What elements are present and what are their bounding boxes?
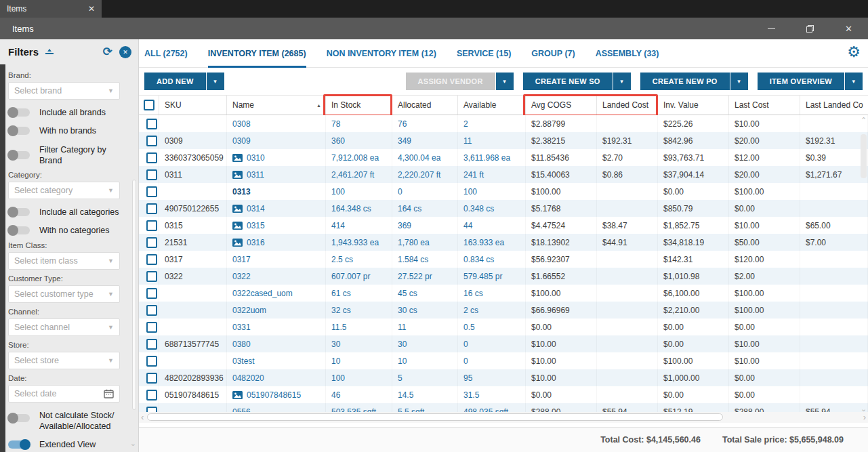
- toggle-extended-view[interactable]: Extended View: [8, 439, 129, 450]
- tab-close-icon[interactable]: ✕: [88, 4, 95, 14]
- col-header-avg-cogs[interactable]: Avg COGS: [526, 96, 597, 115]
- date-input[interactable]: Select date: [8, 385, 120, 403]
- add-new-dropdown-arrow[interactable]: ▾: [207, 73, 224, 90]
- tab-item-type-3[interactable]: SERVICE (15): [457, 39, 511, 68]
- row-checkbox[interactable]: [146, 288, 157, 299]
- refresh-icon[interactable]: ⟳: [103, 45, 112, 59]
- row-checkbox[interactable]: [146, 220, 157, 231]
- tab-item-type-5[interactable]: ASSEMBLY (33): [596, 39, 659, 68]
- row-checkbox[interactable]: [146, 373, 157, 384]
- store-select[interactable]: Select store ▼: [8, 352, 120, 369]
- row-checkbox[interactable]: [146, 254, 157, 265]
- vertical-scrollbar-thumb[interactable]: [861, 134, 867, 178]
- create-new-po-dropdown-arrow[interactable]: ▾: [730, 73, 748, 90]
- scroll-up-icon[interactable]: ⌃: [859, 117, 868, 123]
- item-name-link[interactable]: 0322cased_uom: [232, 289, 293, 298]
- item-name-link[interactable]: 0331: [232, 323, 251, 332]
- toggle-not-calculate-stock[interactable]: Not calculate Stock/ Available/Allocated: [8, 410, 129, 432]
- item-overview-dropdown-arrow[interactable]: ▾: [845, 73, 863, 90]
- toggle-switch[interactable]: [8, 414, 30, 422]
- toggle-with-no-categories[interactable]: With no categories: [8, 225, 129, 236]
- create-new-so-dropdown-arrow[interactable]: ▾: [613, 73, 631, 90]
- scroll-left-icon[interactable]: ‹: [141, 413, 144, 422]
- item-name-link[interactable]: 0322: [232, 272, 251, 281]
- toggle-switch[interactable]: [8, 440, 30, 449]
- col-header-last-landed-cost[interactable]: Last Landed Co: [800, 96, 868, 115]
- item-name-link[interactable]: 0322uom: [232, 306, 266, 315]
- row-checkbox[interactable]: [146, 152, 157, 163]
- restore-button[interactable]: [791, 18, 829, 39]
- add-new-button[interactable]: ADD NEW: [144, 73, 206, 90]
- col-header-name[interactable]: Name▲: [227, 96, 326, 115]
- scroll-right-icon[interactable]: ›: [863, 413, 866, 422]
- row-checkbox[interactable]: [146, 169, 157, 180]
- item-name-link[interactable]: 03test: [232, 356, 255, 366]
- toggle-switch[interactable]: [8, 151, 30, 159]
- item-name-link[interactable]: 0311: [247, 170, 264, 180]
- toggle-include-all-brands[interactable]: Include all brands: [8, 107, 129, 118]
- row-checkbox[interactable]: [146, 119, 157, 129]
- collapse-filters-icon[interactable]: [44, 48, 55, 56]
- col-header-in-stock[interactable]: In Stock: [326, 96, 392, 115]
- tab-item-type-0[interactable]: ALL (2752): [144, 39, 188, 68]
- item-name-link[interactable]: 0317: [232, 255, 251, 264]
- minimize-button[interactable]: [752, 18, 791, 39]
- row-checkbox[interactable]: [146, 186, 157, 197]
- row-checkbox[interactable]: [146, 271, 157, 282]
- toggle-include-all-categories[interactable]: Include all categories: [8, 207, 129, 218]
- channel-select[interactable]: Select channel ▼: [8, 319, 120, 336]
- row-checkbox[interactable]: [146, 390, 157, 400]
- toggle-filter-category-by-brand[interactable]: Filter Category by Brand: [8, 144, 129, 167]
- item-name-link[interactable]: 0482020: [232, 373, 264, 383]
- toggle-switch[interactable]: [8, 108, 30, 117]
- close-button[interactable]: ✕: [829, 18, 868, 39]
- row-checkbox[interactable]: [146, 356, 157, 367]
- category-select[interactable]: Select category ▼: [8, 182, 120, 199]
- assign-vendor-dropdown-arrow[interactable]: ▾: [496, 73, 514, 90]
- row-checkbox[interactable]: [146, 203, 157, 214]
- col-header-available[interactable]: Available: [458, 96, 526, 115]
- toggle-switch[interactable]: [8, 127, 30, 135]
- item-name-link[interactable]: 0316: [247, 238, 265, 247]
- item-name-link[interactable]: 0315: [247, 221, 265, 230]
- toggle-with-no-brands[interactable]: With no brands: [8, 125, 129, 136]
- tab-item-type-4[interactable]: GROUP (7): [531, 39, 575, 68]
- tab-item-type-2[interactable]: NON INVENTORY ITEM (12): [327, 39, 436, 68]
- create-new-po-button[interactable]: CREATE NEW PO: [640, 73, 730, 90]
- col-header-inv-value[interactable]: Inv. Value: [658, 96, 729, 115]
- row-checkbox[interactable]: [146, 322, 157, 333]
- clear-filters-button[interactable]: ✕: [119, 46, 131, 58]
- item-name-link[interactable]: 0380: [232, 340, 251, 349]
- item-name-link[interactable]: 0313: [232, 187, 251, 197]
- vertical-scrollbar[interactable]: ⌃ ⌄: [859, 115, 868, 413]
- col-header-last-cost[interactable]: Last Cost: [729, 96, 800, 115]
- item-overview-button[interactable]: ITEM OVERVIEW: [758, 73, 844, 90]
- select-all-checkbox[interactable]: [144, 100, 154, 110]
- item-name-link[interactable]: 051907848615: [247, 390, 301, 400]
- horizontal-scrollbar-thumb[interactable]: [147, 413, 723, 421]
- item-name-link[interactable]: 0308: [232, 119, 251, 129]
- window-tab-items[interactable]: Items ✕: [0, 0, 102, 18]
- customer-type-select[interactable]: Select customer type ▼: [8, 285, 120, 303]
- item-name-link[interactable]: 0314: [247, 204, 265, 213]
- create-new-so-button[interactable]: CREATE NEW SO: [523, 73, 613, 90]
- tab-item-type-1[interactable]: INVENTORY ITEM (2685): [208, 39, 306, 68]
- row-checkbox[interactable]: [146, 305, 157, 316]
- sidebar-scrollbar-thumb[interactable]: [132, 180, 136, 410]
- col-header-sku[interactable]: SKU: [159, 96, 227, 115]
- col-header-allocated[interactable]: Allocated: [392, 96, 458, 115]
- horizontal-scrollbar[interactable]: ‹ ›: [139, 412, 868, 423]
- toggle-switch[interactable]: [8, 208, 30, 216]
- scroll-down-icon[interactable]: ⌄: [859, 405, 868, 412]
- col-header-landed-cost[interactable]: Landed Cost: [597, 96, 658, 115]
- toggle-switch[interactable]: [8, 226, 30, 234]
- row-checkbox[interactable]: [146, 136, 157, 146]
- sidebar-chevron-down-icon[interactable]: ⌄: [130, 439, 136, 448]
- item-class-select[interactable]: Select item class ▼: [8, 252, 120, 270]
- sidebar-left-scrollbar[interactable]: [0, 64, 5, 452]
- settings-gear-icon[interactable]: ⚙: [847, 45, 861, 60]
- row-checkbox[interactable]: [146, 237, 157, 248]
- row-checkbox[interactable]: [146, 339, 157, 350]
- brand-select[interactable]: Select brand ▼: [8, 82, 120, 100]
- item-name-link[interactable]: 0310: [247, 153, 265, 163]
